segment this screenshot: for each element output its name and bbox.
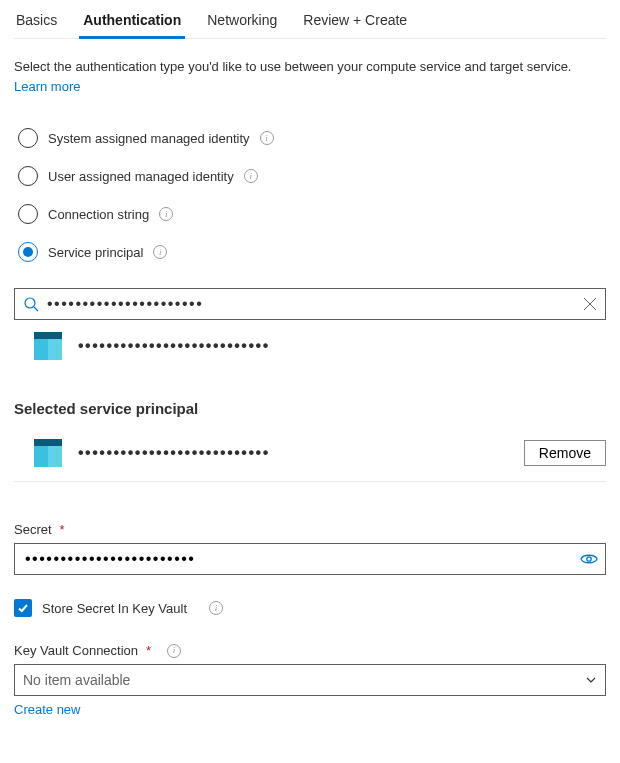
app-registration-icon bbox=[34, 439, 62, 467]
intro-text: Select the authentication type you'd lik… bbox=[14, 57, 606, 96]
label-text: Key Vault Connection bbox=[14, 643, 138, 658]
selected-sp-heading: Selected service principal bbox=[14, 400, 606, 417]
label-text: Secret bbox=[14, 522, 52, 537]
reveal-secret-icon[interactable] bbox=[580, 552, 598, 566]
info-icon[interactable] bbox=[159, 207, 173, 221]
radio-icon bbox=[18, 128, 38, 148]
info-icon[interactable] bbox=[167, 644, 181, 658]
app-registration-icon bbox=[34, 332, 62, 360]
svg-line-1 bbox=[34, 307, 38, 311]
auth-type-radio-group: System assigned managed identity User as… bbox=[14, 128, 606, 262]
search-input[interactable] bbox=[47, 295, 575, 313]
radio-label: System assigned managed identity bbox=[48, 131, 250, 146]
selected-sp-row: ••••••••••••••••••••••••••• Remove bbox=[14, 431, 606, 482]
info-icon[interactable] bbox=[244, 169, 258, 183]
result-name: ••••••••••••••••••••••••••• bbox=[78, 337, 270, 355]
kv-connection-select[interactable]: No item available bbox=[14, 664, 606, 696]
radio-service-principal[interactable]: Service principal bbox=[18, 242, 606, 262]
required-asterisk: * bbox=[146, 643, 151, 658]
tab-authentication[interactable]: Authentication bbox=[81, 6, 183, 38]
radio-icon bbox=[18, 204, 38, 224]
kv-connection-label: Key Vault Connection * bbox=[14, 643, 606, 658]
checkbox-checked-icon[interactable] bbox=[14, 599, 32, 617]
store-secret-checkbox-row[interactable]: Store Secret In Key Vault bbox=[14, 599, 606, 617]
service-principal-search[interactable] bbox=[14, 288, 606, 320]
svg-point-4 bbox=[587, 557, 591, 561]
checkbox-label: Store Secret In Key Vault bbox=[42, 601, 187, 616]
secret-input-wrap bbox=[14, 543, 606, 575]
radio-icon bbox=[18, 242, 38, 262]
search-icon bbox=[23, 296, 39, 312]
create-new-link[interactable]: Create new bbox=[14, 702, 80, 717]
radio-label: Connection string bbox=[48, 207, 149, 222]
secret-label: Secret * bbox=[14, 522, 606, 537]
radio-system-assigned[interactable]: System assigned managed identity bbox=[18, 128, 606, 148]
svg-point-0 bbox=[25, 298, 35, 308]
info-icon[interactable] bbox=[153, 245, 167, 259]
radio-connection-string[interactable]: Connection string bbox=[18, 204, 606, 224]
search-result-item[interactable]: ••••••••••••••••••••••••••• bbox=[14, 320, 606, 372]
required-asterisk: * bbox=[60, 522, 65, 537]
select-placeholder: No item available bbox=[23, 672, 130, 688]
radio-label: User assigned managed identity bbox=[48, 169, 234, 184]
secret-input[interactable] bbox=[14, 543, 606, 575]
tab-review-create[interactable]: Review + Create bbox=[301, 6, 409, 38]
learn-more-link[interactable]: Learn more bbox=[14, 79, 80, 94]
info-icon[interactable] bbox=[260, 131, 274, 145]
tab-bar: Basics Authentication Networking Review … bbox=[14, 0, 606, 39]
selected-sp-name: ••••••••••••••••••••••••••• bbox=[78, 444, 270, 462]
intro-body: Select the authentication type you'd lik… bbox=[14, 59, 571, 74]
chevron-down-icon bbox=[585, 674, 597, 686]
tab-networking[interactable]: Networking bbox=[205, 6, 279, 38]
info-icon[interactable] bbox=[209, 601, 223, 615]
clear-search-icon[interactable] bbox=[583, 297, 597, 311]
remove-button[interactable]: Remove bbox=[524, 440, 606, 466]
tab-basics[interactable]: Basics bbox=[14, 6, 59, 38]
radio-label: Service principal bbox=[48, 245, 143, 260]
radio-user-assigned[interactable]: User assigned managed identity bbox=[18, 166, 606, 186]
radio-icon bbox=[18, 166, 38, 186]
